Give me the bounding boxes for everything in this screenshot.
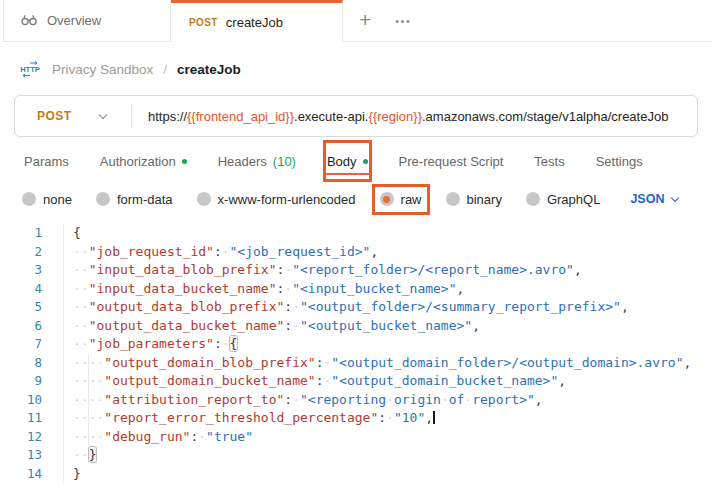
- json-key: "input_data_blob_prefix": [89, 262, 277, 277]
- line-number: 7: [0, 335, 42, 354]
- json-key: "output_domain_bucket_name": [104, 373, 315, 388]
- punctuation: ,: [425, 410, 433, 425]
- radio-button[interactable]: [380, 192, 394, 206]
- line-number: 6: [0, 317, 42, 336]
- request-tab-label: Settings: [596, 154, 643, 169]
- code-line: }: [73, 465, 691, 484]
- indent-guide: [88, 354, 89, 446]
- radio-button[interactable]: [197, 192, 211, 206]
- json-value: origin: [394, 392, 441, 407]
- whitespace-dots: ·: [292, 318, 300, 333]
- request-tab-params[interactable]: Params: [22, 142, 71, 180]
- json-value: "<job_request_id>": [230, 244, 371, 259]
- radio-button[interactable]: [526, 192, 540, 206]
- body-type-binary[interactable]: binary: [446, 192, 502, 207]
- code-line: ··"job_parameters":·{: [73, 335, 691, 354]
- whitespace-dots: ·: [198, 429, 206, 444]
- request-tab-settings[interactable]: Settings: [594, 142, 645, 180]
- body-editor[interactable]: 1234567891011121314 {··"job_request_id":…: [0, 224, 712, 483]
- whitespace-dots: ··: [73, 318, 89, 333]
- request-tab-pre-request-script[interactable]: Pre-request Script: [397, 142, 506, 180]
- url-template-variable: {{frontend_api_id}}: [187, 109, 294, 124]
- url-text: https://: [148, 109, 187, 124]
- breadcrumb-separator: /: [163, 62, 167, 77]
- whitespace-dots: ·: [386, 410, 394, 425]
- request-tab-authorization[interactable]: Authorization: [98, 142, 189, 180]
- punctuation: ,: [370, 244, 378, 259]
- tab-title: createJob: [226, 15, 283, 30]
- tab-createjob[interactable]: POST createJob: [171, 0, 343, 42]
- json-key: "output_data_blob_prefix": [89, 299, 285, 314]
- tab-overview[interactable]: Overview: [3, 0, 171, 42]
- body-type-label: binary: [467, 192, 502, 207]
- body-type-raw[interactable]: raw: [380, 192, 422, 207]
- breadcrumb: HTTP Privacy Sandbox / createJob: [0, 55, 712, 83]
- whitespace-dots: ··: [73, 262, 89, 277]
- tab-bar-actions: + •••: [343, 0, 712, 42]
- request-tabs: ParamsAuthorizationHeaders(10)BodyPre-re…: [0, 142, 712, 180]
- request-tab-label: Params: [24, 154, 69, 169]
- request-tab-tests[interactable]: Tests: [532, 142, 566, 180]
- body-type-label: raw: [401, 192, 422, 207]
- json-value: of: [449, 392, 465, 407]
- modified-indicator-dot: [182, 159, 187, 164]
- code-line: ····"output_domain_bucket_name":·"<outpu…: [73, 372, 691, 391]
- code-line: ··"job_request_id":·"<job_request_id>",: [73, 243, 691, 262]
- body-type-label: none: [43, 192, 72, 207]
- line-number: 8: [0, 354, 42, 373]
- code-line: ····"debug_run":·"true": [73, 428, 691, 447]
- breadcrumb-collection[interactable]: Privacy Sandbox: [52, 62, 153, 77]
- whitespace-dots: ·: [292, 299, 300, 314]
- language-selector[interactable]: JSON: [630, 192, 678, 206]
- more-options-button[interactable]: •••: [395, 15, 411, 27]
- json-value: report>": [472, 392, 535, 407]
- radio-button[interactable]: [22, 192, 36, 206]
- code-line: ··"output_data_bucket_name":·"<output_bu…: [73, 317, 691, 336]
- body-type-label: form-data: [117, 192, 173, 207]
- request-tab-headers[interactable]: Headers(10): [216, 142, 298, 180]
- url-input[interactable]: https://{{frontend_api_id}}.execute-api.…: [132, 109, 668, 124]
- body-type-form-data[interactable]: form-data: [96, 192, 173, 207]
- overview-icon: [20, 11, 38, 30]
- code-line: ··"output_data_blob_prefix":·"<output_fo…: [73, 298, 691, 317]
- body-type-x-www-form-urlencoded[interactable]: x-www-form-urlencoded: [197, 192, 356, 207]
- punctuation: :: [284, 299, 292, 314]
- json-value: "<output_bucket_name>": [300, 318, 472, 333]
- json-value: "<output_domain_folder>/<output_domain>.…: [331, 355, 683, 370]
- editor-code[interactable]: {··"job_request_id":·"<job_request_id>",…: [64, 224, 691, 483]
- code-line: {: [73, 224, 691, 243]
- code-line: ····"attribution_report_to":·"<reporting…: [73, 391, 691, 410]
- new-tab-button[interactable]: +: [359, 8, 371, 32]
- json-key: "job_parameters": [89, 336, 214, 351]
- whitespace-dots: ··: [73, 299, 89, 314]
- whitespace-dots: ·: [386, 392, 394, 407]
- json-value: "<output_domain_bucket_name>": [331, 373, 558, 388]
- json-key: "attribution_report_to": [104, 392, 284, 407]
- whitespace-dots: ·: [284, 262, 292, 277]
- code-line: ····"output_domain_blob_prefix":·"<outpu…: [73, 354, 691, 373]
- punctuation: ,: [472, 318, 480, 333]
- tab-bar: Overview POST createJob + •••: [0, 0, 712, 42]
- line-number: 10: [0, 391, 42, 410]
- radio-button[interactable]: [96, 192, 110, 206]
- json-value: "<report_folder>/<report_name>.avro": [292, 262, 574, 277]
- body-type-graphql[interactable]: GraphQL: [526, 192, 600, 207]
- request-tab-label: Authorization: [100, 154, 176, 169]
- method-selector[interactable]: POST: [15, 109, 131, 123]
- line-number: 2: [0, 243, 42, 262]
- json-value: "true": [206, 429, 253, 444]
- json-key: "output_data_bucket_name": [89, 318, 285, 333]
- language-label: JSON: [630, 192, 664, 206]
- punctuation: ,: [558, 373, 566, 388]
- request-tab-body[interactable]: Body: [325, 142, 370, 180]
- radio-button[interactable]: [446, 192, 460, 206]
- json-value: "<reporting: [300, 392, 386, 407]
- whitespace-dots: ·: [292, 392, 300, 407]
- line-number: 3: [0, 261, 42, 280]
- line-number: 14: [0, 465, 42, 484]
- method-label: POST: [37, 109, 72, 123]
- request-tab-label: Tests: [534, 154, 564, 169]
- tab-method-label: POST: [189, 17, 218, 28]
- body-type-none[interactable]: none: [22, 192, 72, 207]
- request-tab-label: Body: [327, 154, 357, 169]
